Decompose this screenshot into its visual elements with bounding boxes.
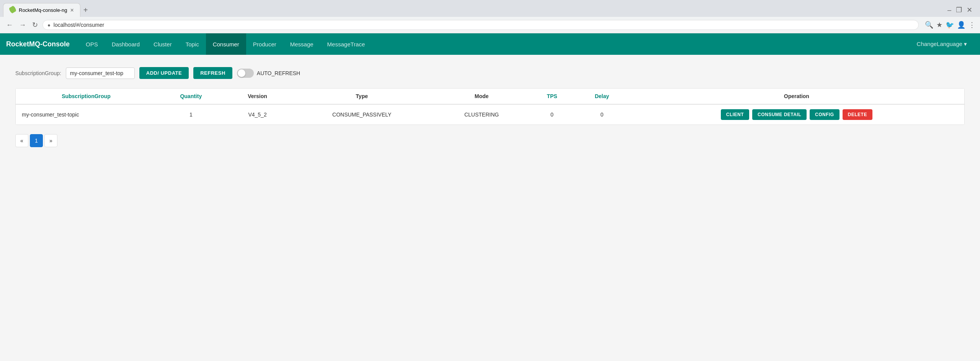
client-button[interactable]: CLIENT <box>721 109 749 120</box>
cell-tps: 0 <box>529 104 575 125</box>
auto-refresh-toggle-container: AUTO_REFRESH <box>237 69 300 78</box>
nav-item-dashboard[interactable]: Dashboard <box>105 33 147 55</box>
col-header-quantity: Quantity <box>157 89 225 104</box>
bookmark-button[interactable]: ★ <box>936 21 942 29</box>
auto-refresh-toggle[interactable] <box>237 69 254 78</box>
url-text: localhost/#/consumer <box>54 22 104 28</box>
col-header-tps: TPS <box>529 89 575 104</box>
nav-items: OPS Dashboard Cluster Topic Consumer Pro… <box>79 33 974 55</box>
tab-title: RocketMq-console-ng <box>19 7 67 13</box>
cell-subscriptiongroup: my-consumer_test-topic <box>16 104 157 125</box>
subscription-group-label: SubscriptionGroup: <box>15 70 61 76</box>
nav-item-ops[interactable]: OPS <box>79 33 105 55</box>
nav-item-cluster[interactable]: Cluster <box>147 33 179 55</box>
cell-version: V4_5_2 <box>225 104 289 125</box>
reload-button[interactable]: ↻ <box>31 19 39 31</box>
table-body: my-consumer_test-topic 1 V4_5_2 CONSUME_… <box>16 104 964 125</box>
consumer-table: SubscriptionGroup Quantity Version Type … <box>16 89 964 125</box>
toolbar: SubscriptionGroup: ADD/ UPDATE REFRESH A… <box>15 67 965 79</box>
address-bar[interactable]: ● localhost/#/consumer <box>42 20 919 30</box>
minimize-button[interactable]: – <box>947 6 951 14</box>
nav-item-producer[interactable]: Producer <box>246 33 283 55</box>
delete-button[interactable]: DELETE <box>843 109 872 120</box>
main-content: SubscriptionGroup: ADD/ UPDATE REFRESH A… <box>0 55 980 159</box>
pagination-prev[interactable]: « <box>15 134 28 147</box>
browser-chrome: RocketMq-console-ng × + – ❐ ✕ ← → ↻ ● lo… <box>0 0 980 33</box>
cell-mode: CLUSTERING <box>434 104 529 125</box>
nav-item-message[interactable]: Message <box>283 33 320 55</box>
close-window-button[interactable]: ✕ <box>967 6 972 14</box>
config-button[interactable]: CONFIG <box>810 109 840 120</box>
menu-button[interactable]: ⋮ <box>969 21 975 29</box>
pagination-page-1[interactable]: 1 <box>30 134 43 147</box>
refresh-button[interactable]: REFRESH <box>193 67 232 79</box>
table-header: SubscriptionGroup Quantity Version Type … <box>16 89 964 104</box>
col-header-version: Version <box>225 89 289 104</box>
navbar-brand: RocketMQ-Console <box>6 40 70 48</box>
nav-item-consumer[interactable]: Consumer <box>206 33 246 55</box>
consume-detail-button[interactable]: CONSUME DETAIL <box>752 109 807 120</box>
pagination-next[interactable]: » <box>44 134 57 147</box>
pagination: « 1 » <box>15 134 965 147</box>
profile-button[interactable]: 👤 <box>957 21 965 29</box>
subscription-group-input[interactable] <box>66 67 135 79</box>
back-button[interactable]: ← <box>5 20 15 31</box>
browser-actions: 🔍 ★ 🐦 👤 ⋮ <box>925 21 975 29</box>
window-controls: – ❐ ✕ <box>947 6 977 14</box>
col-header-delay: Delay <box>575 89 629 104</box>
table-header-row: SubscriptionGroup Quantity Version Type … <box>16 89 964 104</box>
nav-item-messagetrace[interactable]: MessageTrace <box>320 33 372 55</box>
tab-bar: RocketMq-console-ng × + – ❐ ✕ <box>0 0 980 17</box>
extensions-button[interactable]: 🐦 <box>946 21 954 29</box>
col-header-operation: Operation <box>629 89 964 104</box>
cell-delay: 0 <box>575 104 629 125</box>
tab-favicon <box>10 7 16 14</box>
new-tab-button[interactable]: + <box>83 6 88 15</box>
translate-button[interactable]: 🔍 <box>925 21 933 29</box>
col-header-type: Type <box>289 89 434 104</box>
cell-type: CONSUME_PASSIVELY <box>289 104 434 125</box>
auto-refresh-label: AUTO_REFRESH <box>257 70 300 76</box>
consumer-table-container: SubscriptionGroup Quantity Version Type … <box>15 88 965 125</box>
maximize-button[interactable]: ❐ <box>956 6 962 14</box>
lock-icon: ● <box>47 22 51 28</box>
toggle-knob <box>238 69 245 77</box>
forward-button[interactable]: → <box>18 20 28 31</box>
add-update-button[interactable]: ADD/ UPDATE <box>139 67 189 79</box>
col-header-subscriptiongroup: SubscriptionGroup <box>16 89 157 104</box>
col-header-mode: Mode <box>434 89 529 104</box>
cell-quantity: 1 <box>157 104 225 125</box>
nav-item-changelanguage[interactable]: ChangeLanguage ▾ <box>910 33 974 55</box>
tab-close-button[interactable]: × <box>70 7 74 14</box>
navbar: RocketMQ-Console OPS Dashboard Cluster T… <box>0 33 980 55</box>
table-row: my-consumer_test-topic 1 V4_5_2 CONSUME_… <box>16 104 964 125</box>
address-bar-row: ← → ↻ ● localhost/#/consumer 🔍 ★ 🐦 👤 ⋮ <box>0 17 980 33</box>
nav-item-topic[interactable]: Topic <box>179 33 206 55</box>
browser-tab[interactable]: RocketMq-console-ng × <box>3 3 80 17</box>
cell-operation: CLIENT CONSUME DETAIL CONFIG DELETE <box>629 104 964 125</box>
